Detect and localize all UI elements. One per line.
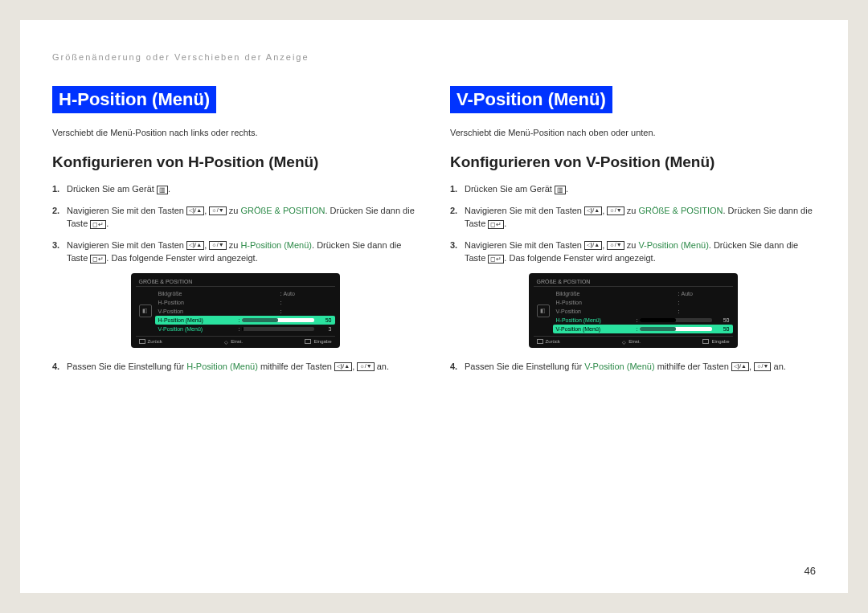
menu-button-icon: ▥ [555,186,566,194]
subsection-title: Konfigurieren von V-Position (Menü) [450,153,816,171]
osd-slider: 50 [640,317,730,323]
step-2: 2. Navigieren Sie mit den Tasten ◁)/▲, ☼… [52,204,418,231]
step-text: Navigieren Sie mit den Tasten ◁)/▲, ☼/▼ … [67,239,418,265]
osd-slider: 3 [242,326,332,332]
osd-row-label: H-Position (Menü) [556,317,635,323]
text: an. [771,362,785,371]
osd-row: H-Position (Menü):50 [155,316,335,325]
menu-button-icon: ▥ [157,186,168,194]
osd-row: V-Position: [553,307,733,316]
text: an. [375,362,389,371]
enter-button-icon: ◻↵ [90,220,106,229]
osd-footer-enter: Eingabe [702,339,729,345]
right-column: V-Position (Menü) Verschiebt die Menü-Po… [450,86,816,381]
left-column: H-Position (Menü) Verschiebt die Menü-Po… [52,86,418,381]
bright-down-icon: ☼/▼ [357,362,374,371]
label: Einst. [231,339,243,344]
text: Drücken Sie am Gerät [465,184,555,194]
nav-target: V-Position (Menü) [584,362,654,371]
section-desc: Verschiebt die Menü-Position nach links … [52,128,418,137]
text: mithilfe der Tasten [655,362,731,371]
osd-value: Auto [682,291,730,296]
osd-value: 3 [317,326,332,332]
volume-up-icon: ◁)/▲ [731,362,749,371]
osd-row: Bildgröße:Auto [155,289,335,298]
step-3: 3. Navigieren Sie mit den Tasten ◁)/▲, ☼… [52,239,418,265]
osd-value: 50 [715,326,730,332]
text: Passen Sie die Einstellung für [67,362,186,371]
osd-footer-adjust: ◇Einst. [224,339,243,345]
chapter-header: Größenänderung oder Verschieben der Anze… [52,52,816,62]
osd-value: 50 [317,317,332,323]
osd-row: V-Position: [155,307,335,316]
osd-row: V-Position (Menü):50 [553,325,733,333]
step-1: 1. Drücken Sie am Gerät ▥. [450,182,816,196]
label: Zurück [546,339,560,344]
osd-title: GRÖßE & POSITION [534,277,733,287]
text: Passen Sie die Einstellung für [465,362,584,371]
arrows-icon: ◇ [622,339,626,345]
text: Navigieren Sie mit den Tasten [465,206,584,215]
osd-row-label: V-Position (Menü) [556,326,635,332]
label: Einst. [628,339,641,344]
osd-row-label: H-Position (Menü) [158,317,237,323]
text: zu [227,206,241,215]
text: . [504,219,506,228]
step-number: 2. [450,204,465,231]
text: Navigieren Sie mit den Tasten [67,206,186,215]
volume-up-icon: ◁)/▲ [186,206,204,215]
osd-row: V-Position (Menü):3 [155,325,335,333]
enter-button-icon: ◻↵ [488,255,504,264]
enter-button-icon: ◻↵ [90,255,106,264]
osd-row-label: V-Position [158,309,279,314]
nav-target: GRÖßE & POSITION [638,206,723,215]
enter-icon [305,339,311,344]
volume-up-icon: ◁)/▲ [584,241,602,250]
osd-row: Bildgröße:Auto [553,289,733,298]
osd-slider: 50 [640,326,730,332]
osd-list: Bildgröße:AutoH-Position:V-Position:H-Po… [553,289,733,333]
step-text: Passen Sie die Einstellung für H-Positio… [67,360,418,374]
osd-separator: : [677,309,682,314]
volume-up-icon: ◁)/▲ [584,206,602,215]
text: . [168,184,170,194]
osd-row: H-Position: [155,298,335,307]
step-number: 2. [52,204,67,231]
arrows-icon: ◇ [224,339,228,345]
osd-row: H-Position (Menü):50 [553,316,733,325]
osd-list: Bildgröße:AutoH-Position:V-Position:H-Po… [155,289,335,333]
osd-row-label: V-Position (Menü) [158,326,237,332]
step-3: 3. Navigieren Sie mit den Tasten ◁)/▲, ☼… [450,239,816,265]
osd-slider: 50 [242,317,332,323]
text: Navigieren Sie mit den Tasten [465,240,584,250]
enter-button-icon: ◻↵ [488,220,504,229]
step-4: 4. Passen Sie die Einstellung für V-Posi… [450,360,816,374]
nav-target: V-Position (Menü) [638,240,708,250]
nav-target: H-Position (Menü) [240,240,312,250]
step-text: Passen Sie die Einstellung für V-Positio… [465,360,816,374]
step-number: 3. [450,239,465,265]
osd-footer-enter: Eingabe [305,339,331,345]
osd-row-label: V-Position [556,309,677,314]
section-title-v-position: V-Position (Menü) [450,86,612,113]
bright-down-icon: ☼/▼ [607,241,624,250]
osd-category-icon: ◧ [534,289,553,333]
text: zu [624,240,639,250]
label: Eingabe [313,339,331,344]
osd-title: GRÖßE & POSITION [136,277,335,287]
label: Eingabe [711,339,729,344]
step-number: 3. [52,239,67,265]
manual-page: Größenänderung oder Verschieben der Anze… [20,20,848,593]
osd-screenshot: GRÖßE & POSITION ◧ Bildgröße:AutoH-Posit… [52,273,418,348]
section-title-h-position: H-Position (Menü) [52,86,216,113]
osd-footer-adjust: ◇Einst. [622,339,641,345]
step-text: Drücken Sie am Gerät ▥. [67,182,418,196]
step-number: 1. [450,182,465,196]
text: Navigieren Sie mit den Tasten [67,240,186,250]
bright-down-icon: ☼/▼ [209,206,226,215]
nav-target: H-Position (Menü) [186,362,258,371]
label: Zurück [148,339,162,344]
text: zu [624,206,639,215]
box-icon [139,339,145,344]
nav-target: GRÖßE & POSITION [240,206,325,215]
